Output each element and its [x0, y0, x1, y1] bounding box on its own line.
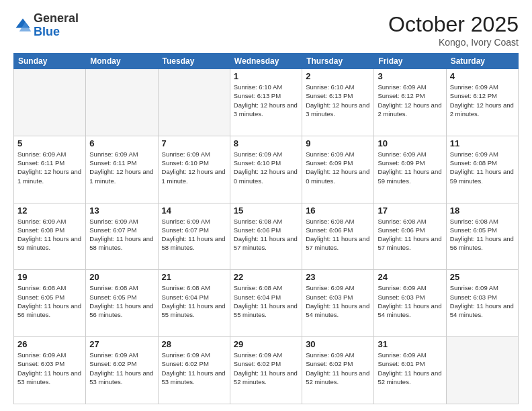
day-cell: 27Sunrise: 6:09 AM Sunset: 6:02 PM Dayli…	[86, 337, 158, 404]
day-header: Friday	[374, 54, 446, 69]
day-number: 14	[162, 205, 226, 216]
day-cell: 21Sunrise: 6:08 AM Sunset: 6:04 PM Dayli…	[158, 270, 230, 337]
day-number: 20	[89, 272, 154, 282]
logo-icon	[13, 16, 32, 35]
day-number: 9	[306, 138, 370, 148]
day-info: Sunrise: 6:08 AM Sunset: 6:05 PM Dayligh…	[89, 283, 154, 319]
day-number: 21	[162, 272, 226, 282]
day-info: Sunrise: 6:09 AM Sunset: 6:02 PM Dayligh…	[306, 351, 370, 386]
day-cell: 5Sunrise: 6:09 AM Sunset: 6:11 PM Daylig…	[14, 136, 86, 203]
day-number: 4	[450, 71, 515, 81]
day-cell: 11Sunrise: 6:09 AM Sunset: 6:08 PM Dayli…	[446, 136, 518, 203]
day-cell: 25Sunrise: 6:09 AM Sunset: 6:03 PM Dayli…	[446, 270, 518, 337]
day-header: Thursday	[302, 54, 374, 69]
day-cell: 12Sunrise: 6:09 AM Sunset: 6:08 PM Dayli…	[14, 203, 86, 270]
week-row: 12Sunrise: 6:09 AM Sunset: 6:08 PM Dayli…	[14, 203, 519, 270]
month-title: October 2025	[388, 12, 519, 37]
day-number: 12	[17, 205, 82, 216]
week-row: 5Sunrise: 6:09 AM Sunset: 6:11 PM Daylig…	[14, 136, 519, 203]
days-header-row: SundayMondayTuesdayWednesdayThursdayFrid…	[14, 54, 519, 69]
day-info: Sunrise: 6:09 AM Sunset: 6:03 PM Dayligh…	[17, 351, 82, 386]
calendar-table: SundayMondayTuesdayWednesdayThursdayFrid…	[13, 53, 519, 404]
day-number: 23	[306, 272, 370, 282]
day-info: Sunrise: 6:09 AM Sunset: 6:02 PM Dayligh…	[89, 351, 154, 386]
day-info: Sunrise: 6:09 AM Sunset: 6:08 PM Dayligh…	[17, 217, 82, 253]
day-cell: 23Sunrise: 6:09 AM Sunset: 6:03 PM Dayli…	[302, 270, 374, 337]
day-cell: 13Sunrise: 6:09 AM Sunset: 6:07 PM Dayli…	[86, 203, 158, 270]
logo-blue: Blue	[34, 26, 79, 39]
day-info: Sunrise: 6:09 AM Sunset: 6:10 PM Dayligh…	[234, 150, 298, 185]
day-cell: 31Sunrise: 6:09 AM Sunset: 6:01 PM Dayli…	[374, 337, 446, 404]
day-number: 26	[17, 339, 82, 349]
day-info: Sunrise: 6:09 AM Sunset: 6:07 PM Dayligh…	[162, 217, 226, 253]
day-number: 10	[378, 138, 442, 148]
day-number: 22	[234, 272, 298, 282]
calendar-page: General Blue October 2025 Kongo, Ivory C…	[0, 0, 532, 411]
day-cell: 15Sunrise: 6:08 AM Sunset: 6:06 PM Dayli…	[230, 203, 302, 270]
day-cell: 26Sunrise: 6:09 AM Sunset: 6:03 PM Dayli…	[14, 337, 86, 404]
day-cell: 4Sunrise: 6:09 AM Sunset: 6:12 PM Daylig…	[446, 69, 518, 136]
day-header: Monday	[86, 54, 158, 69]
day-number: 13	[89, 205, 154, 216]
day-info: Sunrise: 6:09 AM Sunset: 6:11 PM Dayligh…	[89, 150, 154, 185]
day-info: Sunrise: 6:09 AM Sunset: 6:07 PM Dayligh…	[89, 217, 154, 253]
day-header: Saturday	[446, 54, 518, 69]
day-info: Sunrise: 6:08 AM Sunset: 6:06 PM Dayligh…	[234, 217, 298, 253]
day-cell: 2Sunrise: 6:10 AM Sunset: 6:13 PM Daylig…	[302, 69, 374, 136]
day-number: 6	[89, 138, 154, 148]
day-info: Sunrise: 6:09 AM Sunset: 6:09 PM Dayligh…	[378, 150, 442, 185]
day-number: 24	[378, 272, 442, 282]
day-cell: 16Sunrise: 6:08 AM Sunset: 6:06 PM Dayli…	[302, 203, 374, 270]
day-cell	[446, 337, 518, 404]
week-row: 26Sunrise: 6:09 AM Sunset: 6:03 PM Dayli…	[14, 337, 519, 404]
day-cell: 3Sunrise: 6:09 AM Sunset: 6:12 PM Daylig…	[374, 69, 446, 136]
day-info: Sunrise: 6:09 AM Sunset: 6:12 PM Dayligh…	[378, 83, 442, 118]
day-number: 25	[450, 272, 515, 282]
day-number: 17	[378, 205, 442, 216]
day-number: 31	[378, 339, 442, 349]
day-info: Sunrise: 6:09 AM Sunset: 6:02 PM Dayligh…	[162, 351, 226, 386]
day-number: 8	[234, 138, 298, 148]
day-number: 15	[234, 205, 298, 216]
day-number: 2	[306, 71, 370, 81]
day-info: Sunrise: 6:09 AM Sunset: 6:02 PM Dayligh…	[234, 351, 298, 386]
day-info: Sunrise: 6:10 AM Sunset: 6:13 PM Dayligh…	[234, 83, 298, 118]
day-info: Sunrise: 6:09 AM Sunset: 6:12 PM Dayligh…	[450, 83, 515, 118]
day-cell: 1Sunrise: 6:10 AM Sunset: 6:13 PM Daylig…	[230, 69, 302, 136]
day-info: Sunrise: 6:09 AM Sunset: 6:03 PM Dayligh…	[450, 283, 515, 319]
location: Kongo, Ivory Coast	[388, 37, 519, 48]
day-header: Sunday	[14, 54, 86, 69]
week-row: 1Sunrise: 6:10 AM Sunset: 6:13 PM Daylig…	[14, 69, 519, 136]
day-header: Wednesday	[230, 54, 302, 69]
week-row: 19Sunrise: 6:08 AM Sunset: 6:05 PM Dayli…	[14, 270, 519, 337]
day-cell: 18Sunrise: 6:08 AM Sunset: 6:05 PM Dayli…	[446, 203, 518, 270]
day-number: 1	[234, 71, 298, 81]
day-info: Sunrise: 6:08 AM Sunset: 6:04 PM Dayligh…	[162, 283, 226, 319]
day-cell: 8Sunrise: 6:09 AM Sunset: 6:10 PM Daylig…	[230, 136, 302, 203]
day-number: 3	[378, 71, 442, 81]
logo: General Blue	[13, 12, 79, 39]
logo-text: General Blue	[34, 12, 79, 39]
day-cell: 17Sunrise: 6:08 AM Sunset: 6:06 PM Dayli…	[374, 203, 446, 270]
day-info: Sunrise: 6:08 AM Sunset: 6:06 PM Dayligh…	[306, 217, 370, 253]
day-cell: 19Sunrise: 6:08 AM Sunset: 6:05 PM Dayli…	[14, 270, 86, 337]
day-number: 27	[89, 339, 154, 349]
header: General Blue October 2025 Kongo, Ivory C…	[13, 12, 519, 48]
day-cell: 6Sunrise: 6:09 AM Sunset: 6:11 PM Daylig…	[86, 136, 158, 203]
day-cell: 10Sunrise: 6:09 AM Sunset: 6:09 PM Dayli…	[374, 136, 446, 203]
day-header: Tuesday	[158, 54, 230, 69]
day-number: 16	[306, 205, 370, 216]
day-info: Sunrise: 6:08 AM Sunset: 6:05 PM Dayligh…	[450, 217, 515, 253]
day-number: 29	[234, 339, 298, 349]
day-number: 5	[17, 138, 82, 148]
day-cell: 28Sunrise: 6:09 AM Sunset: 6:02 PM Dayli…	[158, 337, 230, 404]
day-cell: 29Sunrise: 6:09 AM Sunset: 6:02 PM Dayli…	[230, 337, 302, 404]
day-cell: 14Sunrise: 6:09 AM Sunset: 6:07 PM Dayli…	[158, 203, 230, 270]
day-cell	[14, 69, 86, 136]
day-cell: 24Sunrise: 6:09 AM Sunset: 6:03 PM Dayli…	[374, 270, 446, 337]
day-cell: 22Sunrise: 6:08 AM Sunset: 6:04 PM Dayli…	[230, 270, 302, 337]
day-cell	[158, 69, 230, 136]
day-number: 30	[306, 339, 370, 349]
day-number: 19	[17, 272, 82, 282]
day-info: Sunrise: 6:09 AM Sunset: 6:01 PM Dayligh…	[378, 351, 442, 386]
